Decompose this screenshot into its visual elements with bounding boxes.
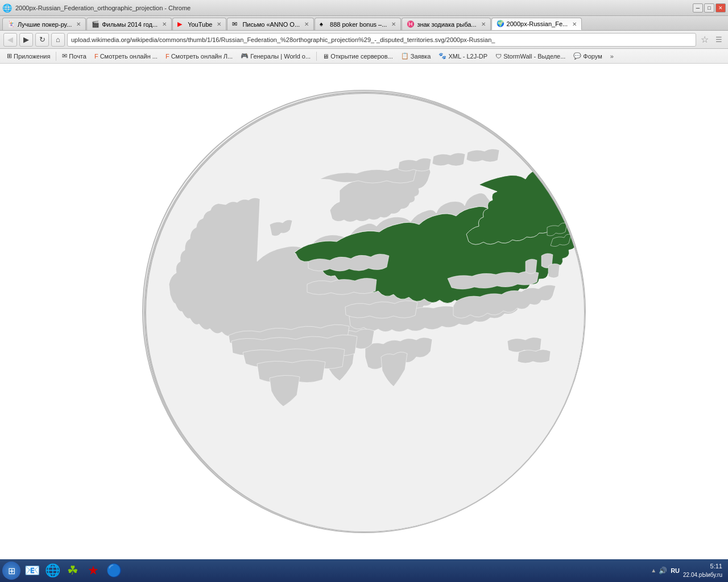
browser2-taskbar-icon: 🔵 (106, 563, 122, 578)
browser-icon: 🌐 (2, 3, 12, 13)
language-indicator[interactable]: RU (671, 567, 680, 574)
bookmark-apps[interactable]: ⊞ Приложения (3, 51, 53, 62)
tab-label-poker: Лучшие покер-ру... (18, 21, 72, 28)
tab-label-youtube: YouTube (188, 21, 212, 28)
taskbar: ⊞ 📧 🌐 ☘ ★ 🔵 ▲ 🔊 RU 5:11 22.04.рЫибу.ru (0, 559, 728, 582)
main-content (0, 64, 728, 559)
tab-label-anno: Письмо «ANNO O... (242, 21, 300, 28)
back-button[interactable]: ◀ (3, 33, 17, 47)
system-tray: ▲ 🔊 RU 5:11 22.04.рЫибу.ru (647, 562, 726, 579)
bookmark-forum-label: Форум (583, 53, 602, 60)
bookmark-zayavka[interactable]: 📋 Заявка (398, 51, 435, 62)
bookmark-xml-label: XML - L2J-DP (448, 53, 487, 60)
bookmark-xml[interactable]: 🐾 XML - L2J-DP (435, 51, 491, 62)
maximize-button[interactable]: □ (704, 3, 714, 13)
tab-close-zodiac[interactable]: ✕ (481, 21, 486, 27)
tab-label-888poker: 888 poker bonus –... (330, 21, 387, 28)
forum-icon: 💬 (573, 52, 581, 60)
tab-close-russian-map[interactable]: ✕ (572, 21, 577, 27)
xml-icon: 🐾 (439, 52, 446, 60)
taskbar-icon-chrome[interactable]: 🌐 (43, 562, 61, 580)
tab-poker[interactable]: 🃏 Лучшие покер-ру... ✕ (2, 18, 86, 30)
apps-icon: ⊞ (7, 52, 12, 60)
window-title: 2000px-Russian_Federation_orthographic_p… (15, 5, 191, 11)
bookmark-stormwall-label: StormWall - Выделе... (503, 53, 565, 60)
bookmark-forum[interactable]: 💬 Форум (570, 51, 605, 62)
tray-arrow-icon[interactable]: ▲ (651, 567, 656, 573)
tab-films[interactable]: 🎬 Фильмы 2014 год... ✕ (86, 18, 172, 30)
icq-taskbar-icon: ☘ (67, 563, 78, 578)
tab-close-films[interactable]: ✕ (162, 21, 167, 27)
tab-zodiac[interactable]: ♓ знак зодиака рыба... ✕ (402, 18, 490, 30)
tab-favicon-poker: 🃏 (7, 20, 15, 28)
menu-button[interactable]: ☰ (713, 35, 725, 44)
server-icon: 🖥 (322, 53, 329, 60)
map-svg (143, 91, 586, 533)
bookmark-generals-label: Генералы | World o... (250, 53, 311, 60)
home-button[interactable]: ⌂ (51, 33, 65, 47)
tab-label-zodiac: знак зодиака рыба... (417, 21, 476, 28)
bookmark-servers-label: Открытие серверов... (330, 53, 393, 60)
bookmark-mail[interactable]: ✉ Почта (59, 51, 90, 62)
bookmark-divider-2 (316, 52, 317, 61)
bookmark-divider-1 (56, 52, 56, 61)
tab-close-anno[interactable]: ✕ (304, 21, 309, 27)
bookmark-star-button[interactable]: ☆ (698, 34, 711, 45)
tab-label-films: Фильмы 2014 год... (102, 21, 158, 28)
tab-russian-map[interactable]: 🌍 2000px-Russian_Fe... ✕ (491, 18, 582, 30)
taskbar-icon-browser2[interactable]: 🔵 (105, 562, 123, 580)
globe-container (142, 90, 586, 533)
minimize-button[interactable]: ─ (693, 3, 703, 13)
tab-label-russian-map: 2000px-Russian_Fe... (507, 20, 568, 27)
tab-anno[interactable]: ✉ Письмо «ANNO O... ✕ (227, 18, 314, 30)
taskbar-icon-icq[interactable]: ☘ (64, 562, 82, 580)
address-bar[interactable] (67, 33, 696, 47)
bookmark-watch1[interactable]: F Смотреть онлайн ... (91, 51, 161, 62)
clock-date: 22.04.рЫибу.ru (683, 571, 722, 579)
tab-favicon-youtube: ▶ (177, 20, 185, 28)
forward-button[interactable]: ▶ (19, 33, 33, 47)
film-icon-1: F (94, 53, 98, 60)
clock: 5:11 22.04.рЫибу.ru (683, 562, 722, 579)
bookmark-apps-label: Приложения (14, 53, 50, 60)
bookmark-watch2-label: Смотреть онлайн Л... (171, 53, 233, 60)
tab-888poker[interactable]: ♠ 888 poker bonus –... ✕ (315, 18, 401, 30)
bookmark-generals[interactable]: 🎮 Генералы | World o... (237, 51, 314, 62)
bookmarks-more-button[interactable]: » (608, 53, 616, 60)
clock-time: 5:11 (683, 562, 722, 571)
shield-icon: 🛡 (495, 53, 502, 60)
nav-bar: ◀ ▶ ↻ ⌂ ☆ ☰ (0, 31, 728, 49)
tab-bar: 🃏 Лучшие покер-ру... ✕ 🎬 Фильмы 2014 год… (0, 16, 728, 31)
tray-icons: ▲ 🔊 (651, 567, 667, 575)
form-icon: 📋 (401, 52, 409, 60)
bookmark-mail-label: Почта (69, 53, 86, 60)
tab-favicon-zodiac: ♓ (407, 20, 415, 28)
taskbar-icon-poker[interactable]: ★ (84, 562, 102, 580)
taskbar-icon-email[interactable]: 📧 (23, 562, 41, 580)
email-taskbar-icon: 📧 (24, 563, 40, 578)
bookmark-watch2[interactable]: F Смотреть онлайн Л... (162, 51, 236, 62)
bookmark-stormwall[interactable]: 🛡 StormWall - Выделе... (492, 51, 569, 62)
chrome-taskbar-icon: 🌐 (45, 563, 60, 578)
reload-button[interactable]: ↻ (35, 33, 49, 47)
windows-icon: ⊞ (8, 566, 15, 576)
title-bar: 🌐 2000px-Russian_Federation_orthographic… (0, 0, 728, 16)
tab-favicon-films: 🎬 (92, 20, 100, 28)
tray-speaker-icon[interactable]: 🔊 (659, 567, 667, 575)
film-icon-2: F (166, 53, 169, 60)
tab-youtube[interactable]: ▶ YouTube ✕ (172, 18, 226, 30)
tab-close-888poker[interactable]: ✕ (391, 21, 396, 27)
bookmark-servers[interactable]: 🖥 Открытие серверов... (319, 51, 396, 62)
poker-taskbar-icon: ★ (88, 563, 99, 578)
globe-circle (142, 90, 586, 533)
tab-close-poker[interactable]: ✕ (76, 21, 81, 27)
close-button[interactable]: ✕ (715, 3, 726, 13)
tab-favicon-888poker: ♠ (320, 20, 328, 28)
bookmarks-bar: ⊞ Приложения ✉ Почта F Смотреть онлайн .… (0, 49, 728, 64)
start-button[interactable]: ⊞ (2, 562, 20, 580)
tab-favicon-wiki: 🌍 (497, 20, 504, 28)
bookmark-zayavka-label: Заявка (411, 53, 431, 60)
tab-favicon-anno: ✉ (232, 20, 240, 28)
tab-close-youtube[interactable]: ✕ (217, 21, 221, 27)
game-icon: 🎮 (241, 52, 249, 60)
